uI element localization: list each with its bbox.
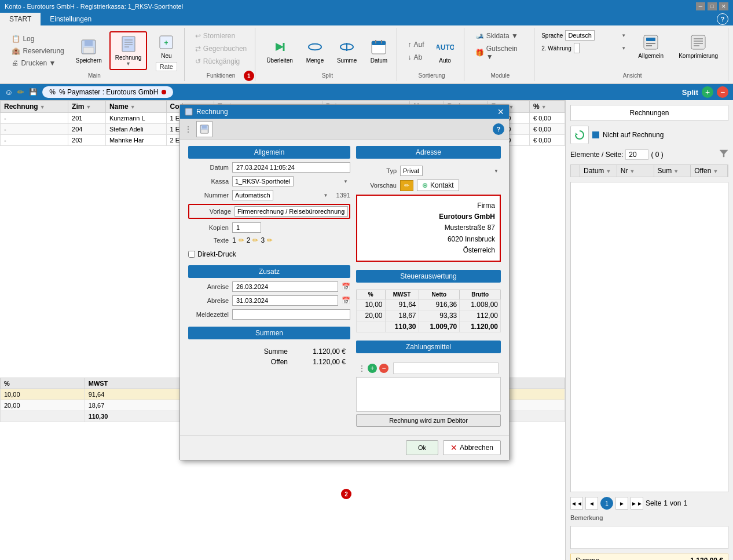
- waehrung-select-wrapper[interactable]: [574, 43, 628, 53]
- save-tab-icon[interactable]: 💾: [29, 88, 38, 96]
- vorlage-select[interactable]: Firmenrechnung / Reisebürorechnung: [234, 206, 348, 217]
- waehrung-select[interactable]: [574, 43, 580, 53]
- filter-icon[interactable]: [719, 149, 728, 160]
- vorlage-select-wrapper[interactable]: Firmenrechnung / Reisebürorechnung: [234, 206, 348, 217]
- sprache-label: Sprache: [541, 32, 563, 39]
- first-page-button[interactable]: ◄◄: [570, 497, 583, 510]
- gegenbuchen-button[interactable]: ⇄ Gegenbuchen: [191, 43, 251, 54]
- drucken-button[interactable]: 🖨 Drucken ▼: [8, 57, 68, 69]
- rate-button[interactable]: Rate: [156, 62, 177, 71]
- abreise-input[interactable]: [232, 295, 338, 306]
- kassa-select-wrapper[interactable]: 1_RKSV-Sporthotel: [232, 176, 350, 186]
- split-minus-button[interactable]: −: [717, 86, 728, 98]
- texte-edit-2[interactable]: ✏: [252, 236, 258, 244]
- ab-button[interactable]: ↓ Ab: [404, 52, 428, 63]
- stornieren-button[interactable]: ↩ Stornieren: [191, 30, 251, 42]
- tax-header-row: % MWST Netto Brutto: [357, 290, 501, 299]
- nummer-select[interactable]: Automatisch: [232, 190, 273, 200]
- gutschein-button[interactable]: 🎁 Gutschein ▼: [471, 43, 529, 63]
- last-page-button[interactable]: ►►: [631, 497, 643, 510]
- nr-col-header: Nr ▼: [617, 165, 654, 177]
- rueckgaengig-button[interactable]: ↺ Rückgängig: [191, 56, 251, 67]
- close-button[interactable]: ✕: [719, 2, 728, 10]
- kassa-row: Kassa 1_RKSV-Sporthotel: [188, 176, 350, 186]
- modal-footer: Ok ✕ Abbrechen: [180, 435, 509, 460]
- abreise-calendar-icon[interactable]: 📅: [342, 297, 350, 305]
- zahlung-add-button[interactable]: +: [368, 364, 377, 373]
- tab-start[interactable]: START: [0, 13, 41, 25]
- typ-select-wrapper[interactable]: Privat: [400, 166, 501, 176]
- vorschau-label: Vorschau: [356, 182, 397, 189]
- paymaster-tab[interactable]: % % Paymaster : Eurotours GmbH: [42, 86, 173, 98]
- allgemein-button[interactable]: Allgemein: [633, 30, 669, 62]
- maximize-button[interactable]: □: [708, 2, 717, 10]
- texte-items: 1 ✏ 2 ✏ 3 ✏: [232, 236, 273, 244]
- split-plus-button[interactable]: +: [702, 86, 713, 98]
- texte-edit-3[interactable]: ✏: [267, 236, 273, 244]
- datum-input[interactable]: [232, 162, 350, 173]
- auf-button[interactable]: ↑ Auf: [404, 39, 428, 50]
- kopien-input[interactable]: [232, 222, 261, 233]
- modal-title-bar: Rechnung ✕: [180, 105, 509, 119]
- address-country: Österreich: [362, 245, 495, 256]
- texte-edit-1[interactable]: ✏: [239, 236, 244, 244]
- zahlung-remove-button[interactable]: −: [379, 364, 389, 373]
- datum-button[interactable]: Datum: [364, 35, 393, 67]
- nummer-suffix: 1391: [336, 192, 350, 199]
- typ-select[interactable]: Privat: [400, 166, 423, 176]
- anreise-calendar-icon[interactable]: 📅: [342, 283, 350, 291]
- ueberleiten-button[interactable]: Überleiten: [261, 35, 298, 67]
- gegenbuchen-icon: ⇄: [195, 45, 201, 53]
- zahlung-input[interactable]: [393, 363, 499, 374]
- menge-button[interactable]: Menge: [300, 35, 329, 67]
- window-controls[interactable]: ─ □ ✕: [696, 2, 728, 10]
- tab-einstellungen[interactable]: Einstellungen: [41, 13, 101, 25]
- anreise-input[interactable]: [232, 281, 338, 292]
- direktdruck-checkbox[interactable]: [188, 251, 195, 258]
- nicht-auf-rechnung-checkbox[interactable]: [592, 131, 599, 138]
- auto-button[interactable]: AUTO Auto: [431, 35, 460, 67]
- allgemein-header: Allgemein: [188, 146, 350, 159]
- cancel-button[interactable]: ✕ Abbrechen: [443, 440, 501, 455]
- modal-summe-value: 1.120,00 €: [299, 347, 346, 356]
- speichern-button[interactable]: Speichern: [71, 35, 107, 67]
- skidata-button[interactable]: 🎿 Skidata ▼: [471, 30, 529, 42]
- kontakt-button[interactable]: ⊕ Kontakt: [417, 180, 459, 191]
- summe-button[interactable]: Summe: [332, 35, 362, 67]
- neu-button[interactable]: + Neu: [152, 30, 181, 62]
- next-page-button[interactable]: ►: [615, 497, 628, 510]
- elemente-input[interactable]: [625, 149, 648, 160]
- komprimierung-button[interactable]: Komprimierung: [673, 30, 723, 62]
- modal-summe-label: Summe: [264, 347, 288, 356]
- pencil-button[interactable]: ✏: [400, 180, 413, 191]
- modal-right-col: Adresse Typ Privat Vorschau ✏ ⊕ Kontakt: [356, 146, 501, 429]
- ok-button[interactable]: Ok: [406, 440, 438, 455]
- modal-title: Rechnung: [196, 108, 228, 116]
- help-button[interactable]: ?: [717, 13, 728, 25]
- modal-close-button[interactable]: ✕: [497, 107, 504, 116]
- reservierung-button[interactable]: 🏨 Reservierung: [8, 45, 68, 57]
- rechnung-button[interactable]: Rechnung ▼: [109, 31, 148, 70]
- meldezettel-input[interactable]: [232, 309, 350, 320]
- debitor-button[interactable]: Rechnung wird zum Debitor: [356, 414, 501, 427]
- edit-tab-icon[interactable]: ✏: [17, 87, 24, 97]
- bemerkung-area[interactable]: [570, 526, 728, 549]
- prev-page-button[interactable]: ◄: [585, 497, 598, 510]
- current-page-button[interactable]: 1: [600, 497, 613, 510]
- kassa-select[interactable]: 1_RKSV-Sporthotel: [232, 176, 294, 186]
- summe-value: 1.120,00 €: [690, 557, 723, 560]
- nummer-select-wrapper[interactable]: Automatisch: [232, 190, 331, 200]
- sprache-select-wrapper[interactable]: Deutsch: [565, 30, 628, 41]
- sortierung-group-label: Sortierung: [418, 71, 445, 79]
- log-button[interactable]: 📋 Log: [8, 33, 68, 45]
- allgemein-section: Datum Kassa 1_RKSV-Sporthotel Nummer Aut…: [188, 162, 350, 258]
- split-controls: Split + −: [682, 86, 728, 98]
- smiley-icon[interactable]: ☺: [5, 87, 13, 97]
- modal-save-button[interactable]: [196, 121, 212, 137]
- offen-col-header: Offen ▼: [691, 165, 728, 177]
- minimize-button[interactable]: ─: [696, 2, 705, 10]
- refresh-button[interactable]: [570, 126, 589, 144]
- modal-help-button[interactable]: ?: [493, 123, 504, 135]
- texte-1: 1: [232, 236, 236, 244]
- sprache-select[interactable]: Deutsch: [565, 30, 595, 41]
